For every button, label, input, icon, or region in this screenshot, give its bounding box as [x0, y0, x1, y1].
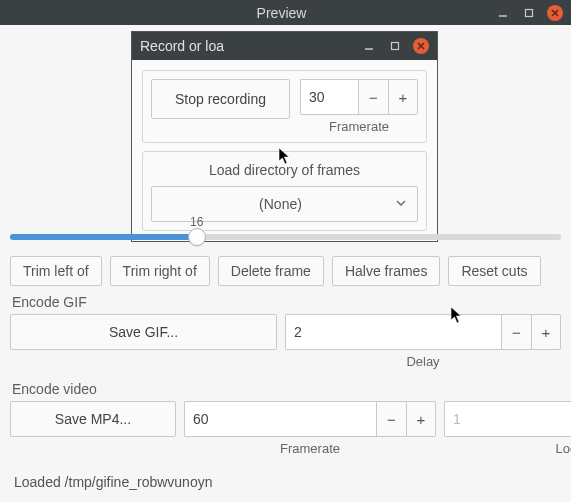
record-framerate-label: Framerate: [329, 119, 389, 134]
record-framerate-plus[interactable]: +: [388, 79, 418, 115]
chevron-down-icon: [395, 196, 407, 212]
video-framerate-label: Framerate: [280, 441, 340, 456]
load-dir-label: Load directory of frames: [151, 160, 418, 186]
trim-right-button[interactable]: Trim right of: [110, 256, 210, 286]
encode-gif-section: Encode GIF Save GIF... − + Delay: [0, 290, 571, 377]
halve-frames-button[interactable]: Halve frames: [332, 256, 440, 286]
video-loop-input[interactable]: [444, 401, 571, 437]
record-framerate-input[interactable]: [300, 79, 358, 115]
main-window: Preview Record or loa: [0, 0, 571, 502]
inner-maximize-icon[interactable]: [387, 38, 403, 54]
svg-rect-5: [392, 43, 399, 50]
status-bar: Loaded /tmp/gifine_robwvunoyn: [0, 464, 571, 502]
video-framerate-spin[interactable]: − +: [184, 401, 436, 437]
trim-toolbar: Trim left of Trim right of Delete frame …: [0, 250, 571, 290]
stop-recording-button[interactable]: Stop recording: [151, 79, 290, 119]
gif-delay-spin[interactable]: − +: [285, 314, 561, 350]
encode-video-label: Encode video: [12, 381, 561, 397]
maximize-icon[interactable]: [521, 5, 537, 21]
gif-delay-label: Delay: [406, 354, 439, 369]
load-dir-value: (None): [166, 196, 395, 212]
video-framerate-input[interactable]: [184, 401, 376, 437]
main-title: Preview: [68, 5, 495, 21]
video-framerate-minus[interactable]: −: [376, 401, 406, 437]
minimize-icon[interactable]: [495, 5, 511, 21]
slider-value: 16: [190, 215, 203, 229]
video-framerate-plus[interactable]: +: [406, 401, 436, 437]
video-loop-spin[interactable]: − +: [444, 401, 571, 437]
record-titlebar: Record or loa: [132, 32, 437, 60]
save-mp4-button[interactable]: Save MP4...: [10, 401, 176, 437]
record-title: Record or loa: [140, 38, 361, 54]
inner-minimize-icon[interactable]: [361, 38, 377, 54]
slider-fill: [10, 234, 196, 240]
record-window: Record or loa Stop recording: [131, 31, 438, 242]
gif-delay-minus[interactable]: −: [501, 314, 531, 350]
delete-frame-button[interactable]: Delete frame: [218, 256, 324, 286]
record-framerate-minus[interactable]: −: [358, 79, 388, 115]
slider-thumb[interactable]: [188, 228, 206, 246]
gif-delay-input[interactable]: [285, 314, 501, 350]
save-gif-button[interactable]: Save GIF...: [10, 314, 277, 350]
trim-left-button[interactable]: Trim left of: [10, 256, 102, 286]
reset-cuts-button[interactable]: Reset cuts: [448, 256, 540, 286]
encode-gif-label: Encode GIF: [12, 294, 561, 310]
record-framerate-spin[interactable]: − +: [300, 79, 418, 115]
video-loop-label: Loop: [556, 441, 571, 456]
gif-delay-plus[interactable]: +: [531, 314, 561, 350]
preview-stage: Record or loa Stop recording: [0, 25, 571, 216]
inner-close-icon[interactable]: [413, 38, 429, 54]
main-titlebar: Preview: [0, 0, 571, 25]
encode-video-section: Encode video Save MP4... − + Framerate −: [0, 377, 571, 464]
svg-rect-1: [526, 9, 533, 16]
close-icon[interactable]: [547, 5, 563, 21]
frame-slider[interactable]: 16: [10, 220, 561, 248]
